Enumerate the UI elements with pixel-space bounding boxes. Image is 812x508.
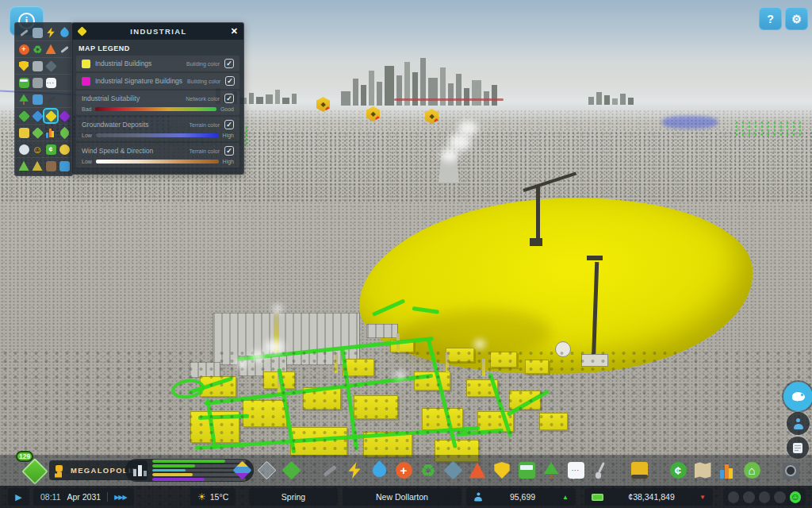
money-panel[interactable]: ¢38,341,849 ▼ [584, 488, 713, 506]
legend-checkbox[interactable]: ✓ [224, 94, 234, 103]
police-menu-button[interactable] [492, 460, 512, 481]
electricity-menu-button[interactable] [344, 460, 365, 481]
happiness-face[interactable] [743, 491, 754, 503]
signature-infoview-icon [46, 94, 56, 105]
statistics-menu-button[interactable] [717, 460, 737, 481]
landmarks-menu-button[interactable]: ⌂ [741, 460, 762, 481]
happiness-active-face[interactable]: ☺ [790, 491, 801, 503]
transportation-infoview-button[interactable] [17, 76, 30, 89]
garbage-menu-icon: ♻ [420, 462, 437, 479]
population-panel[interactable]: 95,699 ▲ [466, 488, 576, 506]
settings-button[interactable]: ⚙ [785, 7, 808, 30]
landscaping-menu-button[interactable] [590, 460, 611, 481]
industrial-area-marker[interactable]: ◆ [366, 106, 380, 121]
chirper-button[interactable] [783, 382, 812, 411]
water-infoview-button[interactable] [58, 26, 71, 39]
industrial-area-marker[interactable]: ◆ [316, 97, 330, 112]
followed-citizens-button[interactable] [787, 412, 810, 435]
legend-gradient-row: LowHigh [82, 159, 234, 164]
oil-infoview-button[interactable] [44, 160, 57, 172]
gradient-low-label: Low [82, 159, 92, 164]
land-use-infoview-button[interactable] [17, 110, 30, 122]
legend-checkbox[interactable]: ✓ [224, 59, 234, 68]
tourism-infoview-button[interactable] [31, 93, 44, 106]
industrial-infoview-button[interactable] [44, 110, 57, 122]
tourism-infoview-icon [33, 94, 43, 105]
industrial-area-marker[interactable]: ◆ [425, 109, 439, 124]
icon-glyph: + [396, 462, 412, 479]
workplaces-infoview-button[interactable] [58, 143, 71, 156]
fire-rescue-infoview-icon [46, 44, 56, 55]
transportation-menu-button[interactable] [516, 460, 537, 481]
buildings-infoview-button[interactable] [31, 26, 44, 39]
parks-infoview-button[interactable] [17, 93, 30, 106]
education-infoview-icon [45, 60, 57, 72]
roads-menu-button[interactable] [320, 460, 340, 481]
time-panel[interactable]: 08:11 Apr 2031 ▶▶▶ [33, 488, 134, 506]
zones-menu-button[interactable] [232, 460, 252, 481]
education-menu-button[interactable] [442, 460, 463, 481]
play-pause-button[interactable]: ▶ [8, 488, 29, 506]
ore-infoview-button[interactable] [58, 110, 71, 122]
help-button[interactable]: ? [759, 7, 782, 30]
garbage-infoview-button[interactable]: ♻ [31, 43, 44, 56]
communications-menu-button[interactable]: ··· [565, 460, 586, 481]
levels-infoview-button[interactable] [44, 126, 57, 139]
happiness-infoview-icon: ☺ [33, 144, 43, 155]
milestone-button[interactable]: 129 [21, 457, 48, 484]
scene-industrial-building [446, 348, 474, 362]
maintenance-infoview-button[interactable] [58, 43, 71, 56]
forestry-infoview-icon [33, 161, 43, 171]
police-menu-icon [494, 462, 511, 479]
progression-menu-button[interactable] [692, 460, 713, 481]
signature-infoview-button[interactable] [44, 93, 57, 106]
levels-infoview-icon [46, 128, 56, 138]
photo-mode-button[interactable] [780, 460, 801, 481]
simulation-speed-button[interactable]: ▶▶▶ [114, 494, 126, 501]
happiness-infoview-button[interactable]: ☺ [31, 143, 44, 156]
areas-menu-button[interactable] [256, 460, 277, 481]
education-infoview-button[interactable] [44, 60, 57, 72]
greenery-infoview-button[interactable] [58, 126, 71, 139]
administration-infoview-button[interactable] [31, 60, 44, 72]
legend-label: Industrial Buildings [95, 60, 182, 67]
happiness-face[interactable] [774, 491, 785, 503]
economy-menu-button[interactable]: ¢ [668, 460, 688, 481]
residential-infoview-button[interactable] [17, 126, 30, 139]
fire-rescue-menu-button[interactable] [467, 460, 488, 481]
bulldozer-menu-button[interactable] [629, 460, 649, 481]
parks-recreation-menu-button[interactable] [541, 460, 561, 481]
legend-panel-header[interactable]: INDUSTRIAL ✕ [72, 23, 243, 40]
communications-infoview-button[interactable]: ··· [44, 76, 57, 89]
scene-industrial-building [354, 395, 398, 419]
electricity-infoview-button[interactable] [44, 26, 57, 39]
land-use-infoview-icon [18, 110, 30, 122]
healthcare-infoview-button[interactable]: + [17, 43, 30, 56]
happiness-face[interactable] [728, 491, 739, 503]
happiness-panel[interactable]: ☺ [723, 488, 806, 506]
land-value-infoview-button[interactable] [31, 126, 44, 139]
police-infoview-button[interactable] [17, 60, 30, 72]
post-infoview-button[interactable] [31, 76, 44, 89]
roads-infoview-button[interactable] [17, 26, 30, 39]
legend-checkbox[interactable]: ✓ [225, 76, 235, 86]
signature-buildings-menu-button[interactable] [281, 460, 301, 481]
economy-infoview-button[interactable]: ¢ [44, 143, 57, 156]
legend-checkbox[interactable]: ✓ [224, 146, 234, 156]
infoview-row [15, 91, 72, 108]
forestry-infoview-button[interactable] [31, 160, 44, 172]
garbage-menu-button[interactable]: ♻ [418, 460, 439, 481]
fire-rescue-infoview-button[interactable] [44, 43, 57, 56]
close-icon[interactable]: ✕ [231, 27, 238, 36]
happiness-face[interactable] [759, 491, 770, 503]
marker-alert-dot [325, 106, 331, 112]
maintenance-infoview-icon [59, 44, 70, 55]
water-resources-infoview-button[interactable] [31, 110, 44, 122]
legend-checkbox[interactable]: ✓ [224, 120, 234, 129]
water-sewage-menu-button[interactable] [369, 460, 389, 481]
terrain-infoview-button[interactable] [17, 160, 30, 172]
healthcare-menu-button[interactable]: + [393, 460, 414, 481]
population-infoview-button[interactable] [17, 143, 30, 156]
fertile-land-infoview-button[interactable] [58, 160, 71, 172]
weather-panel[interactable]: ☀ 15°C [190, 488, 236, 506]
